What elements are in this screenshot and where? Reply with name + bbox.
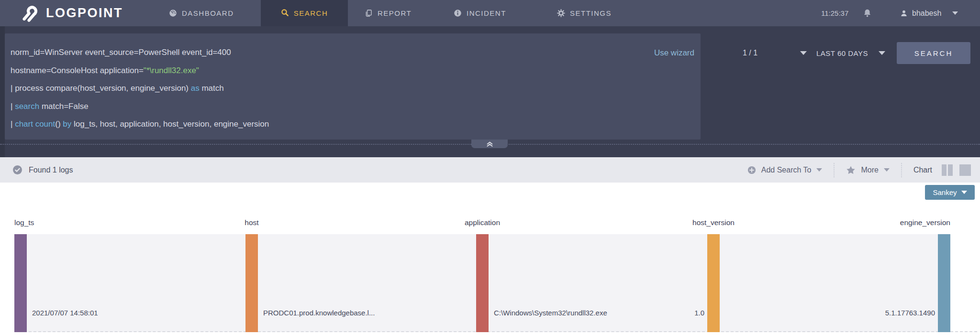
query-input[interactable]: norm_id=WinServer event_source=PowerShel… [5,33,701,140]
status-bar-separator [834,163,835,177]
sankey-node-label: PRODC01.prod.knowledgebase.l... [263,309,375,317]
sankey-node-label: 5.1.17763.1490 [885,309,935,317]
info-circle-icon [454,9,462,17]
full-square-layout-icon[interactable] [959,164,971,176]
more-button[interactable]: More [846,165,889,175]
sankey-node-bar[interactable] [938,234,950,332]
sankey-column-header: engine_version [900,218,950,227]
query-line: | process compare(host_version, engine_v… [11,79,695,97]
logpoint-logo[interactable]: LOGPOINT [22,0,123,26]
user-menu-caret-icon [952,11,958,15]
sankey-node-label: 1.0 [694,309,704,317]
logo-text: LOGPOINT [46,6,123,21]
sankey-node-bar[interactable] [14,234,27,332]
plus-circle-icon [747,166,756,174]
sankey-node-label: 2021/07/07 14:58:01 [32,309,98,317]
star-icon [846,165,856,175]
sankey-node-bar[interactable] [707,234,720,332]
nav-tab-label: SETTINGS [570,9,612,17]
result-pagination[interactable]: 1 / 1 [743,49,757,57]
check-circle-icon [12,165,22,175]
nav-tab-label: SEARCH [294,9,328,17]
sankey-column-header: host [245,218,258,227]
nav-tab-search[interactable]: SEARCH [261,0,348,26]
pagination-caret-icon[interactable] [800,51,807,55]
nav-tab-incident[interactable]: INCIDENT [454,0,506,26]
double-chevron-up-icon [486,141,493,147]
collapse-query-button[interactable] [471,140,508,148]
sankey-node-label: C:\Windows\System32\rundll32.exe [494,309,607,317]
chart-type-label: Sankey [933,188,957,196]
chart-label: Chart [913,166,932,174]
username: bhabesh [912,9,941,18]
sankey-node-bar[interactable] [476,234,489,332]
query-line: norm_id=WinServer event_source=PowerShel… [11,43,695,62]
report-pages-icon [365,9,373,17]
dashboard-gauge-icon [169,9,177,17]
gear-icon [557,9,565,17]
sankey-column-header: host_version [692,218,735,227]
query-line: | search match=False [11,97,695,116]
nav-tab-dashboard[interactable]: DASHBOARD [169,0,234,26]
person-icon [900,10,908,17]
nav-tab-report[interactable]: REPORT [365,0,412,26]
sankey-column-header: log_ts [14,218,34,227]
clock: 11:25:37 [821,0,848,26]
notifications-button[interactable] [863,0,872,26]
logpoint-app: LOGPOINT DASHBOARD SEARCH REPORT [0,0,980,335]
panel-left-strip [0,26,5,157]
found-logs-text: Found 1 logs [29,166,73,174]
search-query-panel: norm_id=WinServer event_source=PowerShel… [0,26,980,157]
status-bar-separator [901,163,902,177]
add-search-to-label: Add Search To [761,166,812,174]
top-navbar: LOGPOINT DASHBOARD SEARCH REPORT [0,0,980,26]
time-range-selector[interactable]: LAST 60 DAYS [816,49,868,57]
search-button[interactable]: SEARCH [897,42,970,64]
nav-tab-label: INCIDENT [467,9,506,17]
magnifier-icon [281,9,289,18]
nav-tab-label: REPORT [378,9,412,17]
results-status-bar: Found 1 logs Add Search To More [0,157,980,183]
time-range-caret-icon[interactable] [879,51,885,55]
sankey-baseline [14,331,977,332]
more-label: More [861,166,878,174]
more-caret-icon [884,168,890,172]
nav-tab-label: DASHBOARD [182,9,234,17]
query-line: hostname=ConsoleHost application="*\rund… [11,62,695,80]
add-search-to-button[interactable]: Add Search To [747,166,823,174]
nav-tab-settings[interactable]: SETTINGS [557,0,612,26]
sankey-column-header: application [465,218,500,227]
chart-type-selector[interactable]: Sankey [925,185,975,200]
chart-type-caret-icon [961,191,967,194]
sankey-node-bar[interactable] [245,234,258,332]
logpoint-swan-icon [22,4,41,22]
split-columns-layout-icon[interactable] [942,164,953,176]
add-search-to-caret-icon [816,168,822,172]
query-text: norm_id=WinServer event_source=PowerShel… [11,43,695,133]
user-menu[interactable]: bhabesh [900,0,958,26]
use-wizard-link[interactable]: Use wizard [654,48,694,58]
bell-icon [863,9,872,18]
query-line: | chart count() by log_ts, host, applica… [11,115,695,133]
